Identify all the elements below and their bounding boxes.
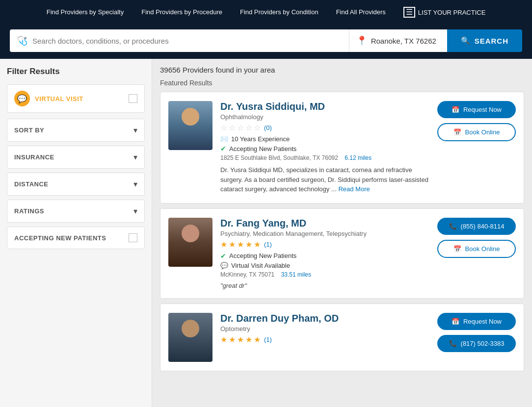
phone-button-pham[interactable]: 📞 (817) 502-3383 xyxy=(437,335,516,352)
request-now-button-pham[interactable]: 📅 Request Now xyxy=(437,313,516,330)
results-count: 39656 Providers found in your area xyxy=(160,66,524,74)
provider-info-pham: Dr. Darren Duy Pham, OD Optometry ★ ★ ★ … xyxy=(220,313,429,347)
book-online-button-siddiqui[interactable]: 📅 Book Online xyxy=(437,123,516,141)
provider-card-pham: Dr. Darren Duy Pham, OD Optometry ★ ★ ★ … xyxy=(160,304,524,371)
search-input-wrap: 🩺 xyxy=(10,29,349,52)
nav-specialty[interactable]: Find Providers by Specialty xyxy=(38,0,133,25)
ratings-chevron: ▾ xyxy=(133,206,137,216)
insurance-filter[interactable]: INSURANCE ▾ xyxy=(7,146,145,169)
check-icon-siddiqui: ✔ xyxy=(220,145,226,153)
address-siddiqui: 1825 E Southlake Blvd, Southlake, TX 760… xyxy=(220,154,429,161)
calendar-icon-2: 📅 xyxy=(453,128,461,136)
provider-name-pham[interactable]: Dr. Darren Duy Pham, OD xyxy=(220,313,429,324)
provider-stars-pham: ★ ★ ★ ★ ★ (1) xyxy=(220,335,429,344)
main-layout: Filter Results 💬 VIRTUAL VISIT SORT BY ▾… xyxy=(0,59,532,407)
nav-condition[interactable]: Find Providers by Condition xyxy=(231,0,327,25)
insurance-chevron: ▾ xyxy=(133,153,137,162)
provider-specialty-pham: Optometry xyxy=(220,325,429,332)
provider-info-siddiqui: Dr. Yusra Siddiqui, MD Ophthalmology ☆ ☆… xyxy=(220,101,429,194)
accepting-text-siddiqui: Accepting New Patients xyxy=(229,145,296,153)
provider-actions-pham: 📅 Request Now 📞 (817) 502-3383 xyxy=(437,313,516,352)
sort-by-filter[interactable]: SORT BY ▾ xyxy=(7,119,145,142)
description-siddiqui: Dr. Yusra Siddiqui MD, specializes in ca… xyxy=(220,165,429,194)
accepting-checkbox[interactable] xyxy=(129,233,137,242)
distance-label: DISTANCE xyxy=(14,180,48,188)
badge-experience-siddiqui: ✉️ 10 Years Experience xyxy=(220,135,429,143)
provider-actions-siddiqui: 📅 Request Now 📅 Book Online xyxy=(437,101,516,141)
location-input[interactable] xyxy=(371,37,440,45)
badge-accepting-yang: ✔ Accepting New Patients xyxy=(220,252,429,260)
insurance-label: INSURANCE xyxy=(14,153,54,161)
ratings-filter[interactable]: RATINGS ▾ xyxy=(7,200,145,223)
virtual-text-yang: Virtual Visit Available xyxy=(231,262,290,269)
distance-filter[interactable]: DISTANCE ▾ xyxy=(7,173,145,196)
provider-card-siddiqui: Dr. Yusra Siddiqui, MD Ophthalmology ☆ ☆… xyxy=(160,92,524,204)
calendar-icon-yang: 📅 xyxy=(453,245,461,253)
calendar-icon-pham: 📅 xyxy=(452,318,459,325)
sort-by-chevron: ▾ xyxy=(133,126,137,135)
featured-label: Featured Results xyxy=(160,79,524,87)
search-icon: 🔍 xyxy=(461,36,471,45)
calendar-icon: 📅 xyxy=(452,106,459,113)
badge-virtual-yang: 💬 Virtual Visit Available xyxy=(220,262,429,269)
book-online-button-yang[interactable]: 📅 Book Online xyxy=(437,240,516,258)
virtual-visit-checkbox[interactable] xyxy=(129,94,137,103)
nav-all[interactable]: Find All Providers xyxy=(327,0,395,25)
nav-list-practice[interactable]: ☰ LIST YOUR PRACTICE xyxy=(395,7,495,18)
read-more-siddiqui[interactable]: Read More xyxy=(338,185,370,193)
filter-title: Filter Results xyxy=(7,67,145,76)
provider-specialty-yang: Psychiatry, Medication Management, Telep… xyxy=(220,230,429,237)
accepting-text-yang: Accepting New Patients xyxy=(229,252,296,259)
virtual-visit-filter[interactable]: 💬 VIRTUAL VISIT xyxy=(7,84,145,113)
request-now-button-siddiqui[interactable]: 📅 Request Now xyxy=(437,101,516,118)
experience-text-siddiqui: 10 Years Experience xyxy=(231,135,290,143)
address-yang: McKinney, TX 75071 33.51 miles xyxy=(220,271,429,278)
search-button[interactable]: 🔍 SEARCH xyxy=(447,29,522,52)
list-icon: ☰ xyxy=(403,7,415,18)
provider-actions-yang: 📞 (855) 840-8114 📅 Book Online xyxy=(437,218,516,258)
provider-photo-siddiqui xyxy=(168,101,213,150)
envelope-icon: ✉️ xyxy=(220,135,228,143)
quote-yang: "great dr" xyxy=(220,282,429,289)
location-pin-icon: 📍 xyxy=(356,35,367,46)
review-count-pham[interactable]: (1) xyxy=(264,336,272,343)
provider-photo-yang xyxy=(168,218,213,267)
sidebar: Filter Results 💬 VIRTUAL VISIT SORT BY ▾… xyxy=(0,59,152,407)
phone-icon-yang: 📞 xyxy=(449,223,457,230)
search-input[interactable] xyxy=(32,37,342,45)
review-count-siddiqui[interactable]: (0) xyxy=(264,124,272,131)
badge-accepting-siddiqui: ✔ Accepting New Patients xyxy=(220,145,429,153)
search-bar: 🩺 📍 🔍 SEARCH xyxy=(0,25,532,59)
virtual-visit-icon: 💬 xyxy=(14,91,30,106)
phone-button-yang[interactable]: 📞 (855) 840-8114 xyxy=(437,218,516,235)
phone-icon-pham: 📞 xyxy=(449,340,457,347)
sort-by-label: SORT BY xyxy=(14,127,44,134)
provider-stars-siddiqui: ☆ ☆ ☆ ☆ ☆ (0) xyxy=(220,123,429,132)
nav-procedure[interactable]: Find Providers by Procedure xyxy=(133,0,231,25)
provider-photo-pham xyxy=(168,313,213,362)
provider-specialty-siddiqui: Ophthalmology xyxy=(220,113,429,121)
provider-stars-yang: ★ ★ ★ ★ ★ (1) xyxy=(220,240,429,249)
virtual-visit-label: VIRTUAL VISIT xyxy=(35,95,83,102)
accepting-label: ACCEPTING NEW PATIENTS xyxy=(14,234,106,242)
provider-info-yang: Dr. Fang Yang, MD Psychiatry, Medication… xyxy=(220,218,429,289)
distance-chevron: ▾ xyxy=(133,179,137,189)
check-icon-yang: ✔ xyxy=(220,252,226,260)
results-area: 39656 Providers found in your area Featu… xyxy=(152,59,532,407)
provider-name-yang[interactable]: Dr. Fang Yang, MD xyxy=(220,218,429,229)
provider-name-siddiqui[interactable]: Dr. Yusra Siddiqui, MD xyxy=(220,101,429,112)
location-wrap: 📍 xyxy=(349,29,447,52)
ratings-label: RATINGS xyxy=(14,207,44,215)
accepting-filter[interactable]: ACCEPTING NEW PATIENTS xyxy=(7,227,145,249)
stethoscope-icon: 🩺 xyxy=(17,35,27,46)
provider-card-yang: Dr. Fang Yang, MD Psychiatry, Medication… xyxy=(160,208,524,299)
review-count-yang[interactable]: (1) xyxy=(264,241,272,248)
nav-bar: Find Providers by Specialty Find Provide… xyxy=(0,0,532,25)
chat-icon-yang: 💬 xyxy=(220,262,228,269)
